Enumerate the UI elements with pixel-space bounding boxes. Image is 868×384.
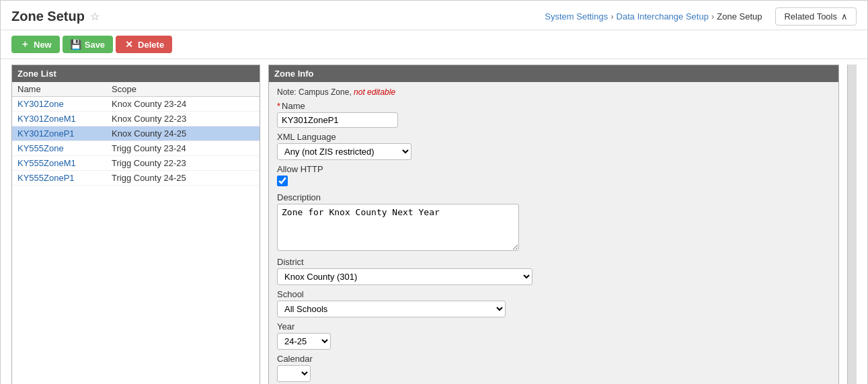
zone-name-cell: KY301ZoneM1 [17,114,112,124]
header-left: Zone Setup ☆ [11,9,100,24]
zone-name-cell: KY301ZoneP1 [17,128,112,139]
note-highlight: not editable [354,87,395,97]
school-label: School [277,289,830,299]
toolbar: ＋ New 💾 Save ✕ Delete [1,30,867,59]
related-tools-label: Related Tools [784,11,837,22]
table-row[interactable]: KY301ZoneKnox County 23-24 [12,97,260,112]
zone-scope-cell: Knox County 22-23 [112,114,254,124]
zone-scope-cell: Knox County 23-24 [112,99,254,109]
scrollbar[interactable] [847,65,857,384]
new-button[interactable]: ＋ New [11,36,60,53]
delete-button[interactable]: ✕ Delete [116,36,172,53]
zone-name-cell: KY301Zone [17,99,112,109]
col-header-scope: Scope [112,84,254,94]
table-row[interactable]: KY555ZoneM1Trigg County 22-23 [12,156,260,171]
table-row[interactable]: KY555ZoneTrigg County 23-24 [12,141,260,156]
zone-list-header: Zone List [12,65,260,82]
name-label: Name [277,101,830,111]
calendar-select[interactable] [277,365,311,382]
save-icon: 💾 [71,39,81,50]
table-row[interactable]: KY301ZoneP1Knox County 24-25 [12,126,260,141]
star-icon[interactable]: ☆ [90,10,100,23]
zone-list-col-headers: Name Scope [12,82,260,97]
header-right: System Settings › Data Interchange Setup… [545,7,857,26]
col-header-name: Name [17,84,112,94]
delete-label: Delete [138,40,164,50]
school-field-group: School All Schools [277,289,830,317]
school-select[interactable]: All Schools [277,301,506,317]
allow-http-checkbox[interactable] [277,176,288,186]
breadcrumb-sep-1: › [610,11,613,22]
description-label: Description [277,192,830,202]
zone-scope-cell: Trigg County 23-24 [112,143,254,153]
table-row[interactable]: KY301ZoneM1Knox County 22-23 [12,112,260,126]
breadcrumb: System Settings › Data Interchange Setup… [545,11,762,22]
note-text: Note: Campus Zone, not editable [277,87,830,97]
zone-name-cell: KY555ZoneM1 [17,158,112,168]
breadcrumb-zone-setup: Zone Setup [717,11,762,22]
description-field-group: Description [277,192,830,253]
zone-name-cell: KY555Zone [17,143,112,153]
new-label: New [34,40,52,50]
zone-info-header: Zone Info [269,65,838,82]
district-select[interactable]: Knox County (301) [277,268,532,285]
name-input[interactable] [277,112,398,128]
calendar-label: Calendar [277,354,830,364]
allow-http-field-group: Allow HTTP [277,164,830,188]
zone-info-panel: Zone Info Note: Campus Zone, not editabl… [268,65,839,384]
zone-scope-cell: Knox County 24-25 [112,128,254,139]
calendar-field-group: Calendar [277,354,830,382]
xml-language-field-group: XML Language Any (not ZIS restricted) [277,132,830,160]
description-textarea[interactable] [277,204,519,251]
xml-language-label: XML Language [277,132,830,142]
delete-icon: ✕ [124,39,134,50]
main-content: Zone List Name Scope KY301ZoneKnox Count… [1,59,867,384]
zone-name-cell: KY555ZoneP1 [17,173,112,183]
page-title: Zone Setup [11,9,85,24]
breadcrumb-data-interchange[interactable]: Data Interchange Setup [617,11,709,22]
related-tools-button[interactable]: Related Tools ∧ [775,7,857,26]
zone-info-body: Note: Campus Zone, not editable Name XML… [269,82,838,384]
district-label: District [277,257,830,267]
xml-language-select[interactable]: Any (not ZIS restricted) [277,143,411,160]
name-field-group: Name [277,101,830,128]
year-label: Year [277,321,830,332]
allow-http-label: Allow HTTP [277,164,830,174]
zone-scope-cell: Trigg County 22-23 [112,158,254,168]
zone-list-rows: KY301ZoneKnox County 23-24KY301ZoneM1Kno… [12,97,260,384]
plus-icon: ＋ [19,39,30,50]
chevron-up-icon: ∧ [841,11,848,22]
breadcrumb-system-settings[interactable]: System Settings [545,11,608,22]
zone-list-panel: Zone List Name Scope KY301ZoneKnox Count… [11,65,260,384]
save-button[interactable]: 💾 Save [63,36,113,53]
zone-scope-cell: Trigg County 24-25 [112,173,254,183]
district-field-group: District Knox County (301) [277,257,830,285]
breadcrumb-sep-2: › [711,11,714,22]
header: Zone Setup ☆ System Settings › Data Inte… [1,1,867,30]
save-label: Save [85,40,105,50]
table-row[interactable]: KY555ZoneP1Trigg County 24-25 [12,171,260,186]
year-select[interactable]: 24-25 [277,333,331,350]
year-field-group: Year 24-25 [277,321,830,350]
